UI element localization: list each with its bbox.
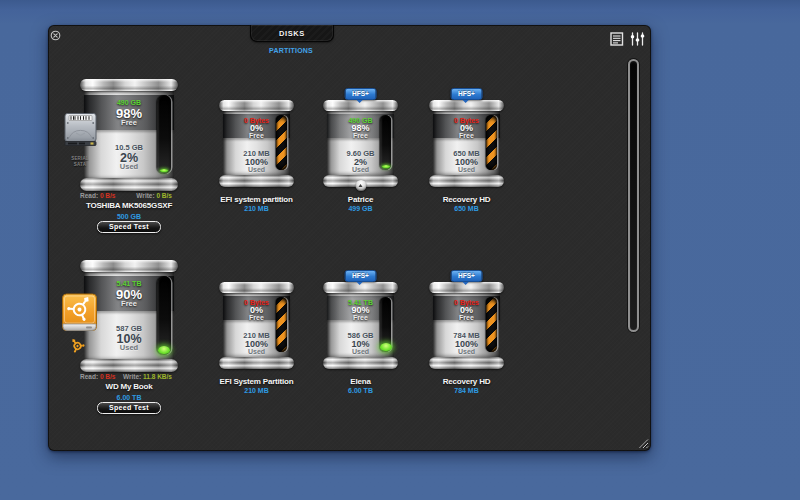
read-value: 0 B/s	[100, 373, 116, 380]
partition-name: EFI system partition	[205, 195, 308, 204]
barrel-stats: 0 Bytes 0% Free 650 MB 100% Used	[433, 111, 500, 175]
app-window: DISKS PARTITIONS 490 GB 98% Free 10.5 GB…	[48, 25, 651, 451]
barrel-stats: 5.41 TB 90% Free 586 GB 10% Used	[327, 293, 394, 357]
partition-column: HFS+ 490 GB 98% Free 9.60 GB 2% Used Pat…	[323, 100, 398, 216]
free-label: Free	[327, 314, 394, 321]
partition-column: 0 Bytes 0% Free 210 MB 100% Used EFI sys…	[219, 100, 294, 216]
barrel-top-rim	[219, 100, 294, 111]
barrel-stats: 0 Bytes 0% Free 784 MB 100% Used	[433, 293, 500, 357]
barrel-stats: 0 Bytes 0% Free 210 MB 100% Used	[223, 111, 290, 175]
resize-grip[interactable]	[637, 437, 649, 449]
disk-barrel[interactable]: HFS+ 0 Bytes 0% Free 650 MB 100% Used	[429, 100, 504, 187]
partitions-label[interactable]: PARTITIONS	[250, 47, 332, 54]
partition-size: 6.00 TB	[309, 387, 412, 394]
barrel-bottom-rim	[323, 357, 398, 369]
desktop-background: DISKS PARTITIONS 490 GB 98% Free 10.5 GB…	[0, 0, 800, 500]
disk-name: TOSHIBA MK5065GSXF	[66, 201, 192, 210]
free-label: Free	[223, 132, 290, 139]
disk-name: WD My Book	[66, 382, 192, 391]
speed-test-button[interactable]: Speed Test	[97, 402, 161, 414]
barrel-bottom-rim	[219, 357, 294, 369]
disk-size: 6.00 TB	[66, 394, 192, 401]
partition-name: Elena	[309, 377, 412, 386]
close-button[interactable]	[50, 30, 63, 43]
partition-name: EFI System Partition	[205, 377, 308, 386]
barrel-body: 0 Bytes 0% Free 784 MB 100% Used	[433, 293, 500, 357]
partition-size: 210 MB	[205, 387, 308, 394]
disk-column: 5.41 TB 90% Free 587 GB 10% Used Read: 0…	[80, 260, 178, 420]
barrel-stats: 0 Bytes 0% Free 210 MB 100% Used	[223, 293, 290, 357]
disk-barrel[interactable]: HFS+ 0 Bytes 0% Free 784 MB 100% Used	[429, 282, 504, 369]
partition-size: 650 MB	[415, 205, 518, 212]
used-label: Used	[433, 348, 500, 355]
free-label: Free	[433, 132, 500, 139]
barrel-body: 0 Bytes 0% Free 210 MB 100% Used	[223, 293, 290, 357]
eject-button[interactable]	[355, 180, 366, 191]
internal-sata-drive-icon	[63, 112, 97, 146]
tab-disks[interactable]: DISKS	[250, 25, 334, 42]
used-label: Used	[327, 348, 394, 355]
barrel-body: 0 Bytes 0% Free 650 MB 100% Used	[433, 111, 500, 175]
partition-size: 784 MB	[415, 387, 518, 394]
filesystem-badge: HFS+	[344, 88, 377, 100]
used-label: Used	[84, 163, 174, 171]
barrel-bottom-rim	[80, 178, 178, 191]
disk-barrel[interactable]: 0 Bytes 0% Free 210 MB 100% Used	[219, 100, 294, 187]
disk-barrel[interactable]: HFS+ 490 GB 98% Free 9.60 GB 2% Used	[323, 100, 398, 187]
free-size: 5.41 TB	[84, 280, 174, 287]
read-label: Read:	[80, 373, 98, 380]
filesystem-badge: HFS+	[450, 88, 483, 100]
barrel-body: 490 GB 98% Free 9.60 GB 2% Used	[327, 111, 394, 175]
used-label: Used	[223, 348, 290, 355]
barrel-stats: 490 GB 98% Free 9.60 GB 2% Used	[327, 111, 394, 175]
barrel-body: 5.41 TB 90% Free 586 GB 10% Used	[327, 293, 394, 357]
free-label: Free	[223, 314, 290, 321]
read-value: 0 B/s	[100, 192, 116, 199]
filesystem-badge: HFS+	[450, 270, 483, 282]
scrollbar-thumb[interactable]	[628, 59, 639, 332]
barrel-top-rim	[80, 260, 178, 272]
used-label: Used	[327, 166, 394, 173]
free-label: Free	[327, 132, 394, 139]
barrel-bottom-rim	[80, 359, 178, 372]
firewire-drive-icon	[61, 293, 98, 333]
partition-column: HFS+ 5.41 TB 90% Free 586 GB 10% Used El…	[323, 282, 398, 398]
write-value: 11.8 KB/s	[143, 373, 172, 380]
filesystem-badge: HFS+	[344, 270, 377, 282]
partition-name: Recovery HD	[415, 195, 518, 204]
partition-column: HFS+ 0 Bytes 0% Free 784 MB 100% Used Re…	[429, 282, 504, 398]
partition-name: Recovery HD	[415, 377, 518, 386]
barrel-top-rim	[80, 79, 178, 91]
barrel-bottom-rim	[429, 357, 504, 369]
io-readout: Read: 0 B/s Write: 11.8 KB/s	[80, 374, 172, 381]
io-readout: Read: 0 B/s Write: 0 B/s	[80, 193, 172, 200]
free-label: Free	[433, 314, 500, 321]
partition-size: 499 GB	[309, 205, 412, 212]
write-label: Write:	[123, 373, 141, 380]
firewire-symbol-icon	[69, 336, 86, 355]
partition-column: 0 Bytes 0% Free 210 MB 100% Used EFI Sys…	[219, 282, 294, 398]
disk-barrel[interactable]: 0 Bytes 0% Free 210 MB 100% Used	[219, 282, 294, 369]
used-label: Used	[223, 166, 290, 173]
disk-barrel[interactable]: HFS+ 5.41 TB 90% Free 586 GB 10% Used	[323, 282, 398, 369]
read-label: Read:	[80, 192, 98, 199]
partition-size: 210 MB	[205, 205, 308, 212]
sliders-icon[interactable]	[630, 32, 644, 46]
barrel-body: 0 Bytes 0% Free 210 MB 100% Used	[223, 111, 290, 175]
write-label: Write:	[136, 192, 154, 199]
used-label: Used	[433, 166, 500, 173]
barrel-bottom-rim	[219, 175, 294, 187]
free-size: 490 GB	[84, 99, 174, 106]
connection-type-label: SERIALSATA	[66, 156, 94, 167]
barrel-bottom-rim	[429, 175, 504, 187]
tab-disks-label: DISKS	[279, 29, 305, 38]
partition-name: Patrice	[309, 195, 412, 204]
used-label: Used	[84, 344, 174, 352]
disk-column: 490 GB 98% Free 10.5 GB 2% Used SERIALSA…	[80, 79, 178, 239]
disk-size: 500 GB	[66, 213, 192, 220]
barrel-top-rim	[219, 282, 294, 293]
speed-test-button[interactable]: Speed Test	[97, 221, 161, 233]
report-icon[interactable]	[610, 32, 624, 46]
write-value: 0 B/s	[156, 192, 172, 199]
partition-column: HFS+ 0 Bytes 0% Free 650 MB 100% Used Re…	[429, 100, 504, 216]
